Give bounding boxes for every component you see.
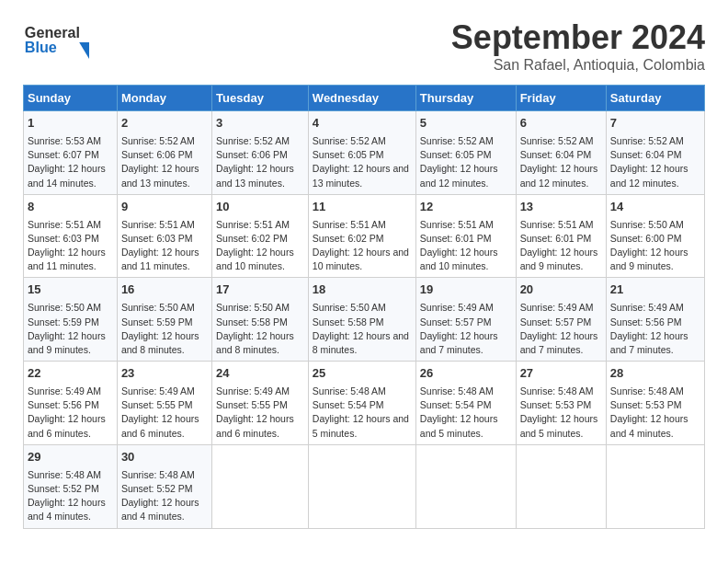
sunrise: Sunrise: 5:52 AM	[216, 135, 290, 146]
sunrise: Sunrise: 5:52 AM	[313, 135, 386, 146]
sunrise: Sunrise: 5:49 AM	[121, 385, 195, 396]
sunrise: Sunrise: 5:52 AM	[420, 135, 494, 146]
sunset: Sunset: 5:54 PM	[420, 399, 492, 410]
daylight: Daylight: 12 hours and 13 minutes.	[216, 163, 294, 188]
sunrise: Sunrise: 5:50 AM	[313, 302, 386, 313]
daylight: Daylight: 12 hours and 13 minutes.	[121, 163, 199, 188]
col-header-sunday: Sunday	[24, 86, 118, 111]
sunrise: Sunrise: 5:49 AM	[28, 385, 101, 396]
sunrise: Sunrise: 5:48 AM	[610, 385, 684, 396]
daylight: Daylight: 12 hours and 9 minutes.	[28, 330, 106, 355]
sunrise: Sunrise: 5:51 AM	[420, 219, 494, 230]
sunset: Sunset: 5:59 PM	[28, 316, 99, 327]
day-number: 8	[28, 199, 113, 216]
sunset: Sunset: 5:56 PM	[610, 316, 682, 327]
daylight: Daylight: 12 hours and 12 minutes.	[520, 163, 598, 188]
calendar-cell: 29Sunrise: 5:48 AMSunset: 5:52 PMDayligh…	[24, 444, 118, 528]
calendar-cell: 17Sunrise: 5:50 AMSunset: 5:58 PMDayligh…	[212, 278, 309, 362]
day-number: 27	[520, 365, 602, 383]
calendar-cell: 19Sunrise: 5:49 AMSunset: 5:57 PMDayligh…	[415, 278, 516, 362]
calendar-cell: 5Sunrise: 5:52 AMSunset: 6:05 PMDaylight…	[415, 111, 516, 195]
daylight: Daylight: 12 hours and 12 minutes.	[610, 163, 688, 188]
day-number: 10	[216, 199, 304, 216]
calendar-cell: 9Sunrise: 5:51 AMSunset: 6:03 PMDaylight…	[117, 194, 211, 278]
sunset: Sunset: 5:52 PM	[28, 483, 99, 494]
week-row-3: 15Sunrise: 5:50 AMSunset: 5:59 PMDayligh…	[24, 278, 705, 362]
sunset: Sunset: 5:53 PM	[520, 399, 592, 410]
day-number: 25	[313, 365, 412, 383]
sunrise: Sunrise: 5:51 AM	[216, 219, 290, 230]
day-number: 26	[420, 365, 512, 383]
calendar-cell: 16Sunrise: 5:50 AMSunset: 5:59 PMDayligh…	[117, 278, 211, 362]
calendar-cell: 6Sunrise: 5:52 AMSunset: 6:04 PMDaylight…	[516, 111, 606, 195]
calendar-cell: 22Sunrise: 5:49 AMSunset: 5:56 PMDayligh…	[24, 362, 118, 445]
sunrise: Sunrise: 5:49 AM	[610, 302, 684, 313]
sunset: Sunset: 6:02 PM	[313, 233, 384, 244]
calendar-cell	[212, 444, 309, 528]
day-number: 7	[610, 115, 700, 132]
day-number: 13	[520, 199, 602, 216]
title-block: September 2024 San Rafael, Antioquia, Co…	[451, 18, 705, 74]
daylight: Daylight: 12 hours and 5 minutes.	[313, 413, 409, 438]
week-row-4: 22Sunrise: 5:49 AMSunset: 5:56 PMDayligh…	[24, 362, 705, 445]
day-number: 15	[28, 282, 113, 299]
calendar-cell: 21Sunrise: 5:49 AMSunset: 5:56 PMDayligh…	[606, 278, 704, 362]
sunset: Sunset: 6:07 PM	[28, 149, 99, 160]
day-number: 21	[610, 282, 700, 299]
calendar-cell: 1Sunrise: 5:53 AMSunset: 6:07 PMDaylight…	[24, 111, 118, 195]
sunrise: Sunrise: 5:52 AM	[520, 135, 594, 146]
sunrise: Sunrise: 5:49 AM	[520, 302, 594, 313]
sunrise: Sunrise: 5:51 AM	[28, 219, 101, 230]
sunrise: Sunrise: 5:51 AM	[121, 219, 195, 230]
calendar-cell: 30Sunrise: 5:48 AMSunset: 5:52 PMDayligh…	[117, 444, 211, 528]
page-header: General Blue September 2024 San Rafael, …	[23, 18, 705, 74]
sunrise: Sunrise: 5:50 AM	[121, 302, 195, 313]
daylight: Daylight: 12 hours and 4 minutes.	[610, 413, 688, 438]
calendar-cell: 20Sunrise: 5:49 AMSunset: 5:57 PMDayligh…	[516, 278, 606, 362]
daylight: Daylight: 12 hours and 8 minutes.	[216, 330, 294, 355]
calendar-cell	[308, 444, 415, 528]
day-number: 9	[121, 199, 208, 216]
week-row-2: 8Sunrise: 5:51 AMSunset: 6:03 PMDaylight…	[24, 194, 705, 278]
calendar-cell: 14Sunrise: 5:50 AMSunset: 6:00 PMDayligh…	[606, 194, 704, 278]
day-number: 16	[121, 282, 208, 299]
daylight: Daylight: 12 hours and 7 minutes.	[610, 330, 688, 355]
sunset: Sunset: 6:00 PM	[610, 233, 682, 244]
calendar-cell: 18Sunrise: 5:50 AMSunset: 5:58 PMDayligh…	[308, 278, 415, 362]
calendar-cell: 26Sunrise: 5:48 AMSunset: 5:54 PMDayligh…	[415, 362, 516, 445]
header-row: SundayMondayTuesdayWednesdayThursdayFrid…	[24, 86, 705, 111]
sunset: Sunset: 5:55 PM	[216, 399, 288, 410]
sunrise: Sunrise: 5:49 AM	[420, 302, 494, 313]
calendar-cell: 7Sunrise: 5:52 AMSunset: 6:04 PMDaylight…	[606, 111, 704, 195]
sunrise: Sunrise: 5:52 AM	[121, 135, 195, 146]
sunrise: Sunrise: 5:48 AM	[28, 469, 101, 480]
calendar-cell: 4Sunrise: 5:52 AMSunset: 6:05 PMDaylight…	[308, 111, 415, 195]
logo: General Blue	[23, 18, 106, 60]
sunset: Sunset: 6:05 PM	[420, 149, 492, 160]
sunrise: Sunrise: 5:49 AM	[216, 385, 290, 396]
sunrise: Sunrise: 5:52 AM	[610, 135, 684, 146]
day-number: 24	[216, 365, 304, 383]
day-number: 6	[520, 115, 602, 132]
daylight: Daylight: 12 hours and 8 minutes.	[121, 330, 199, 355]
svg-text:General: General	[25, 24, 80, 40]
sunset: Sunset: 5:52 PM	[121, 483, 193, 494]
daylight: Daylight: 12 hours and 10 minutes.	[313, 247, 409, 271]
day-number: 5	[420, 115, 512, 132]
daylight: Daylight: 12 hours and 7 minutes.	[420, 330, 498, 355]
sunrise: Sunrise: 5:48 AM	[520, 385, 594, 396]
day-number: 22	[28, 365, 113, 383]
daylight: Daylight: 12 hours and 10 minutes.	[420, 247, 498, 271]
sunset: Sunset: 6:03 PM	[28, 233, 99, 244]
day-number: 30	[121, 449, 208, 466]
sunrise: Sunrise: 5:48 AM	[121, 469, 195, 480]
sunset: Sunset: 5:53 PM	[610, 399, 682, 410]
calendar-cell: 12Sunrise: 5:51 AMSunset: 6:01 PMDayligh…	[415, 194, 516, 278]
sunset: Sunset: 5:56 PM	[28, 399, 99, 410]
sunset: Sunset: 6:04 PM	[520, 149, 592, 160]
daylight: Daylight: 12 hours and 6 minutes.	[28, 413, 106, 438]
svg-text:Blue: Blue	[25, 39, 57, 55]
calendar-cell: 25Sunrise: 5:48 AMSunset: 5:54 PMDayligh…	[308, 362, 415, 445]
calendar-cell: 23Sunrise: 5:49 AMSunset: 5:55 PMDayligh…	[117, 362, 211, 445]
col-header-wednesday: Wednesday	[308, 86, 415, 111]
